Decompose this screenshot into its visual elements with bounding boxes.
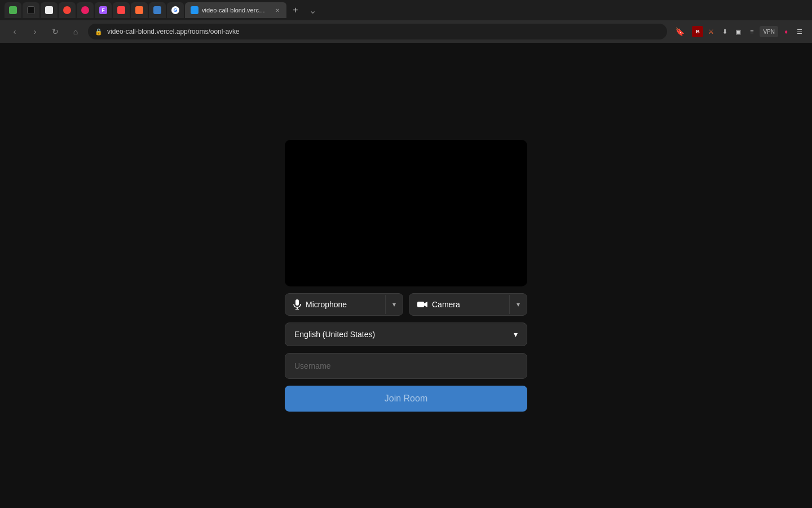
svg-rect-3 (417, 302, 424, 307)
forward-btn[interactable]: › (27, 24, 43, 39)
microphone-dropdown[interactable]: Microphone ▾ (285, 293, 403, 316)
tab-f3[interactable] (149, 2, 166, 18)
tab-1[interactable] (5, 2, 21, 18)
tab-f1[interactable] (113, 2, 130, 18)
tab-active[interactable]: video-call-blond.vercel.app ✕ (185, 2, 286, 18)
lock-icon: 🔒 (95, 28, 103, 36)
microphone-label: Microphone (306, 300, 347, 309)
vpn-btn[interactable]: VPN (760, 26, 778, 37)
ext-icon-1[interactable]: B (692, 26, 703, 37)
new-tab-btn[interactable]: + (288, 2, 303, 18)
microphone-main[interactable]: Microphone (285, 294, 385, 315)
address-bar[interactable]: 🔒 video-call-blond.vercel.app/rooms/oonl… (88, 24, 667, 39)
camera-icon (417, 301, 427, 308)
language-arrow: ▾ (514, 330, 518, 339)
username-input[interactable] (285, 353, 527, 379)
tab-pink[interactable] (77, 2, 94, 18)
ext-lion[interactable]: ♦ (780, 26, 792, 37)
camera-dropdown[interactable]: Camera ▾ (409, 293, 527, 316)
controls-row: Microphone ▾ Camera ▾ (285, 293, 527, 316)
browser-chrome: F G video-call-blond.vercel.app ✕ + ⌄ (0, 0, 812, 43)
microphone-icon (293, 299, 301, 310)
bookmark-btn[interactable]: 🔖 (672, 24, 687, 39)
microphone-arrow[interactable]: ▾ (385, 295, 403, 314)
nav-bar: ‹ › ↻ ⌂ 🔒 video-call-blond.vercel.app/ro… (0, 20, 812, 43)
tab-youtube[interactable] (59, 2, 76, 18)
tab-extend-btn[interactable]: ⌄ (309, 5, 316, 16)
tab-f2[interactable] (131, 2, 148, 18)
camera-label: Camera (432, 300, 460, 309)
language-select[interactable]: English (United States) ▾ (285, 323, 527, 346)
menu-btn[interactable]: ☰ (794, 26, 805, 37)
tab-google[interactable]: G (167, 2, 184, 18)
url-text: video-call-blond.vercel.app/rooms/oonl-a… (107, 28, 240, 36)
svg-rect-2 (295, 309, 299, 310)
svg-rect-1 (297, 307, 298, 309)
active-tab-label: video-call-blond.vercel.app (202, 7, 268, 14)
video-preview (285, 140, 527, 286)
tab-bar: F G video-call-blond.vercel.app ✕ + ⌄ (0, 0, 812, 20)
tab-notion[interactable] (41, 2, 58, 18)
page-content: Microphone ▾ Camera ▾ English (United St… (0, 43, 812, 508)
ext-reader[interactable]: ≡ (746, 26, 757, 37)
tab-close-btn[interactable]: ✕ (273, 6, 281, 14)
language-selected: English (United States) (294, 330, 375, 339)
svg-rect-0 (295, 299, 299, 306)
home-btn[interactable]: ⌂ (68, 24, 83, 39)
refresh-btn[interactable]: ↻ (47, 24, 63, 39)
video-setup-container: Microphone ▾ Camera ▾ English (United St… (285, 140, 527, 412)
tab-2[interactable] (23, 2, 39, 18)
tab-figma[interactable]: F (95, 2, 112, 18)
camera-main[interactable]: Camera (409, 294, 509, 315)
ext-download[interactable]: ⬇ (719, 26, 730, 37)
camera-arrow[interactable]: ▾ (509, 295, 527, 314)
ext-sidebar[interactable]: ▣ (732, 26, 744, 37)
back-btn[interactable]: ‹ (7, 24, 23, 39)
ext-icon-2[interactable]: ⚔ (705, 26, 717, 37)
join-room-button[interactable]: Join Room (285, 386, 527, 412)
toolbar-icons: B ⚔ ⬇ ▣ ≡ VPN ♦ ☰ (692, 26, 805, 37)
